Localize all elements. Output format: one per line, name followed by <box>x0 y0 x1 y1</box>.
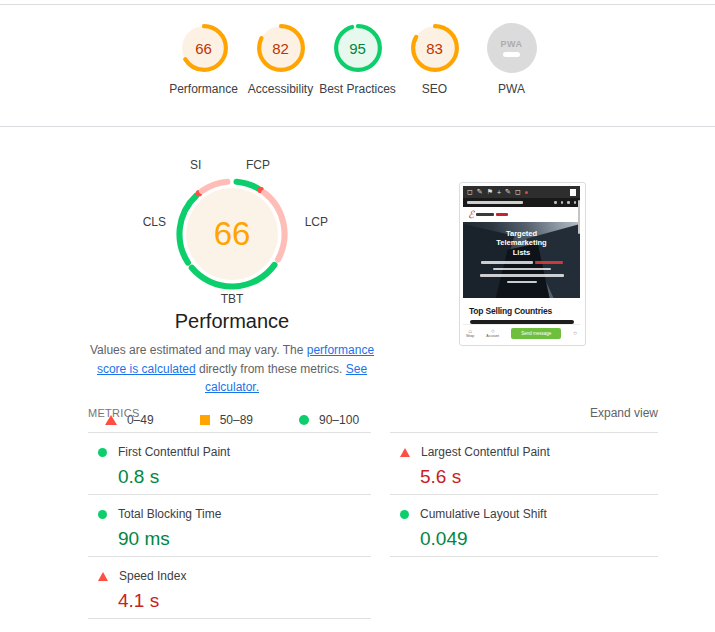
metrics-header: METRICS Expand view <box>88 406 658 420</box>
screenshot-section: Top Selling Countries <box>463 298 580 324</box>
best-practices-score-value: 95 <box>333 23 383 73</box>
scores-header: 66 Performance 82 Accessibility 95 Best … <box>0 4 715 127</box>
social-icon <box>561 201 564 204</box>
pencil-icon: ✎ <box>477 188 483 196</box>
nav-account-label: Account <box>486 335 499 339</box>
metric-value: 90 ms <box>118 528 371 550</box>
accessibility-score-label: Accessibility <box>248 82 313 98</box>
metric-first-contentful-paint: First Contentful Paint 0.8 s <box>88 432 371 494</box>
gauge-label-lcp: LCP <box>305 215 328 229</box>
category-seo[interactable]: 83 SEO <box>396 23 473 98</box>
screenshot-toolbar: ◻ ✎ ⚑ + ✎ ◻ <box>463 186 580 198</box>
performance-title: Performance <box>72 310 392 333</box>
site-logo-icon: ℰ <box>468 210 474 220</box>
logo-text-bar <box>476 213 494 216</box>
camera-icon: ◻ <box>467 188 473 196</box>
pass-circle-icon <box>400 510 409 519</box>
metrics-grid: First Contentful Paint 0.8 s Total Block… <box>88 432 658 619</box>
screenshot-hero: Targeted Telemarketing Lists <box>463 222 580 298</box>
category-performance[interactable]: 66 Performance <box>165 23 242 98</box>
hero-title: Targeted Telemarketing Lists <box>492 229 552 257</box>
home-icon: ⌂ <box>468 328 472 334</box>
hero-text-bar <box>480 274 564 277</box>
best-practices-score-label: Best Practices <box>319 82 396 98</box>
performance-gauge: SI FCP CLS LCP TBT 66 <box>132 158 332 306</box>
page-square-icon <box>570 189 576 196</box>
screenshot-logo-strip: ℰ <box>463 207 580 222</box>
metric-speed-index: Speed Index 4.1 s <box>88 556 371 618</box>
expand-view-button[interactable]: Expand view <box>590 406 658 420</box>
metric-value: 0.8 s <box>118 466 371 488</box>
metrics-column-right: Largest Contentful Paint 5.6 s Cumulativ… <box>390 432 658 557</box>
metric-name: Largest Contentful Paint <box>421 445 550 459</box>
social-icon <box>574 201 577 204</box>
nav-shop: ⌂ Shop <box>466 328 474 339</box>
description-text-before: Values are estimated and may vary. The <box>90 343 307 357</box>
seo-score-value: 83 <box>410 23 460 73</box>
fail-triangle-icon <box>400 448 410 457</box>
category-accessibility[interactable]: 82 Accessibility <box>242 23 319 98</box>
pass-circle-icon <box>98 510 107 519</box>
flag-icon: ⚑ <box>487 188 493 196</box>
fail-triangle-icon <box>98 572 108 581</box>
metric-name: Cumulative Layout Shift <box>420 507 547 521</box>
metric-largest-contentful-paint: Largest Contentful Paint 5.6 s <box>390 432 658 494</box>
metric-cumulative-layout-shift: Cumulative Layout Shift 0.049 <box>390 494 658 556</box>
hero-overlay: Targeted Telemarketing Lists <box>463 222 580 283</box>
screenshot-bottom-nav: ⌂ Shop ○ Account Send message ○ <box>463 324 580 341</box>
social-icon <box>554 201 557 204</box>
performance-score-label: Performance <box>169 82 238 98</box>
email-text-bar <box>467 201 523 204</box>
logo-accent-bar <box>496 213 508 216</box>
performance-score-gauge: 66 <box>179 23 229 73</box>
category-pwa[interactable]: PWA PWA <box>473 23 550 98</box>
chat-icon: ○ <box>573 330 577 336</box>
gauge-label-tbt: TBT <box>132 292 332 306</box>
metric-name: Speed Index <box>119 569 186 583</box>
page-screenshot: ◻ ✎ ⚑ + ✎ ◻ ℰ Targeted Telemarketin <box>463 186 580 343</box>
nav-account: ○ Account <box>486 328 499 339</box>
pen-icon: ✎ <box>505 188 511 196</box>
metric-value: 5.6 s <box>420 466 658 488</box>
metrics-column-left: First Contentful Paint 0.8 s Total Block… <box>88 432 371 619</box>
metric-value: 4.1 s <box>118 590 371 612</box>
nav-shop-label: Shop <box>466 335 474 339</box>
performance-gauge-score: 66 <box>172 174 292 294</box>
gauge-label-si: SI <box>190 158 201 172</box>
section-heading: Top Selling Countries <box>469 306 574 316</box>
record-icon: ◻ <box>515 188 521 196</box>
performance-score-value: 66 <box>179 23 229 73</box>
nav-extra: ○ <box>573 330 577 336</box>
social-icon <box>567 201 570 204</box>
red-dot-icon <box>525 191 528 194</box>
metric-name: Total Blocking Time <box>118 507 221 521</box>
category-best-practices[interactable]: 95 Best Practices <box>319 23 396 98</box>
plus-icon: + <box>497 189 501 196</box>
gauge-description: Values are estimated and may vary. The p… <box>72 341 392 397</box>
metric-total-blocking-time: Total Blocking Time 90 ms <box>88 494 371 556</box>
pwa-badge-text: PWA <box>500 39 522 49</box>
person-icon: ○ <box>491 328 495 334</box>
accessibility-score-value: 82 <box>256 23 306 73</box>
screenshot-email-bar <box>463 198 580 207</box>
metric-name: First Contentful Paint <box>118 445 230 459</box>
performance-summary: SI FCP CLS LCP TBT 66 Performance Values… <box>72 158 392 427</box>
send-message-button: Send message <box>511 328 561 339</box>
pwa-badge: PWA <box>487 23 537 73</box>
hero-text-bar <box>507 281 537 284</box>
pass-circle-icon <box>98 448 107 457</box>
seo-score-label: SEO <box>422 82 447 98</box>
hero-text-bar <box>535 261 563 264</box>
gauge-label-cls: CLS <box>134 215 166 229</box>
pwa-badge-icon: PWA <box>487 23 537 73</box>
seo-score-gauge: 83 <box>410 23 460 73</box>
metric-value: 0.049 <box>420 528 658 550</box>
pwa-dash-icon <box>503 52 520 57</box>
pwa-score-label: PWA <box>498 82 525 98</box>
final-screenshot-thumbnail: ◻ ✎ ⚑ + ✎ ◻ ℰ Targeted Telemarketin <box>459 182 586 346</box>
hero-text-bar <box>493 268 551 271</box>
carousel-bar <box>470 320 574 324</box>
description-text-middle: directly from these metrics. <box>196 362 346 376</box>
gauge-label-fcp: FCP <box>246 158 270 172</box>
hero-text-bar <box>481 261 533 264</box>
